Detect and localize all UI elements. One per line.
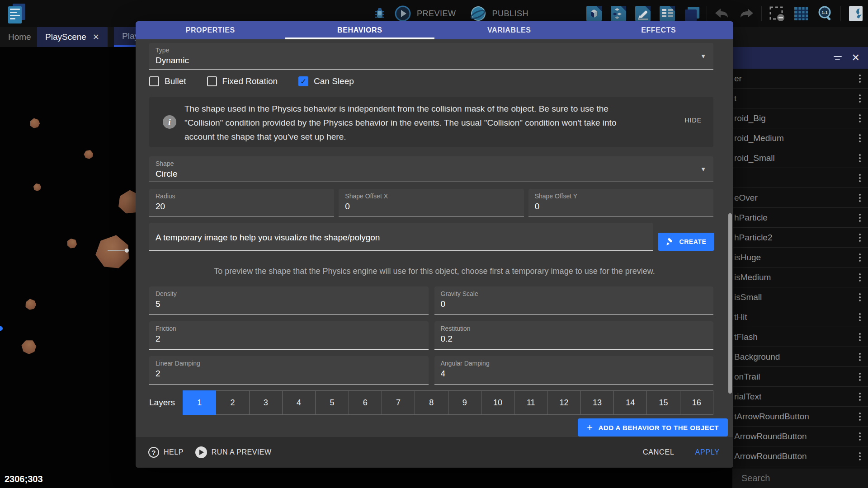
debug-icon[interactable] (370, 4, 389, 23)
object-list-item[interactable]: isMedium (732, 267, 868, 287)
object-list-item[interactable] (732, 168, 868, 188)
object-list-item[interactable]: t (732, 89, 868, 108)
dialog-tab-behaviors[interactable]: BEHAVIORS (285, 21, 435, 39)
kebab-menu-icon[interactable] (859, 75, 861, 83)
field-gravity-scale[interactable]: Gravity Scale0 (434, 286, 714, 315)
preview-button[interactable]: PREVIEW (417, 9, 456, 19)
publish-button[interactable]: PUBLISH (492, 9, 529, 19)
field-angular-damping[interactable]: Angular Damping4 (434, 356, 714, 385)
kebab-menu-icon[interactable] (859, 313, 861, 321)
object-list-item[interactable]: tFlash (732, 327, 868, 347)
apply-button[interactable]: APPLY (695, 448, 720, 456)
kebab-menu-icon[interactable] (859, 273, 861, 282)
layer-4[interactable]: 4 (282, 390, 316, 415)
kebab-menu-icon[interactable] (859, 333, 861, 341)
app-menu-icon[interactable] (8, 4, 27, 24)
object-list-item[interactable]: isHuge (732, 248, 868, 267)
layer-8[interactable]: 8 (415, 390, 448, 415)
help-button[interactable]: ? HELP (148, 447, 184, 458)
kebab-menu-icon[interactable] (859, 154, 861, 162)
field-friction[interactable]: Friction2 (149, 321, 429, 350)
layer-13[interactable]: 13 (580, 390, 614, 415)
layer-15[interactable]: 15 (646, 390, 680, 415)
kebab-menu-icon[interactable] (859, 353, 861, 361)
object-list-item[interactable]: er (732, 69, 868, 89)
settings-wrench-icon[interactable] (846, 4, 865, 23)
dialog-scrollbar[interactable] (728, 213, 732, 394)
run-preview-button[interactable]: RUN A PREVIEW (195, 446, 272, 458)
edit-scene-icon[interactable] (633, 4, 652, 23)
kebab-menu-icon[interactable] (859, 373, 861, 381)
object-list-item[interactable]: ArrowRoundButton (732, 427, 868, 446)
layer-11[interactable]: 11 (514, 390, 547, 415)
object-list-item[interactable]: tArrowRoundButton (732, 407, 868, 427)
kebab-menu-icon[interactable] (859, 413, 861, 421)
kebab-menu-icon[interactable] (859, 114, 861, 122)
checkbox-can-sleep[interactable]: ✓Can Sleep (298, 76, 354, 86)
kebab-menu-icon[interactable] (859, 293, 861, 301)
object-list-item[interactable]: roid_Medium (732, 128, 868, 148)
field-restitution[interactable]: Restitution0.2 (434, 321, 714, 350)
layer-12[interactable]: 12 (547, 390, 580, 415)
kebab-menu-icon[interactable] (859, 452, 861, 460)
close-panel-icon[interactable]: ✕ (852, 53, 860, 63)
layer-5[interactable]: 5 (315, 390, 349, 415)
object-list-item[interactable]: Background (732, 347, 868, 367)
cancel-button[interactable]: CANCEL (643, 448, 675, 456)
type-select[interactable]: Type Dynamic ▼ (149, 43, 713, 70)
layer-16[interactable]: 16 (680, 390, 713, 415)
layer-3[interactable]: 3 (249, 390, 283, 415)
layer-10[interactable]: 10 (481, 390, 514, 415)
object-list-item[interactable]: eOver (732, 188, 868, 208)
object-list-item[interactable]: roid_Big (732, 108, 868, 128)
object-list-item[interactable]: tHit (732, 307, 868, 327)
checkbox-fixed-rotation[interactable]: Fixed Rotation (207, 76, 278, 86)
checkbox-bullet[interactable]: Bullet (149, 76, 186, 86)
close-tab-icon[interactable]: ✕ (93, 32, 99, 42)
objects-icon[interactable] (585, 4, 604, 23)
layer-7[interactable]: 7 (382, 390, 415, 415)
layer-2[interactable]: 2 (216, 390, 249, 415)
hide-button[interactable]: HIDE (685, 117, 702, 124)
redo-icon[interactable] (737, 4, 756, 23)
checkbox-icon[interactable]: ✓ (298, 76, 308, 86)
shape-select[interactable]: Shape Circle ▼ (149, 156, 713, 182)
dialog-tab-variables[interactable]: VARIABLES (434, 21, 584, 39)
search-input[interactable] (741, 473, 861, 483)
layer-9[interactable]: 9 (448, 390, 481, 415)
layer-6[interactable]: 6 (349, 390, 382, 415)
object-list-item[interactable]: roid_Small (732, 148, 868, 168)
object-list-item[interactable]: onTrail (732, 367, 868, 387)
anchor-dot[interactable] (0, 326, 3, 331)
layers-icon[interactable] (682, 4, 701, 23)
field-density[interactable]: Density5 (149, 286, 429, 315)
dialog-tab-properties[interactable]: PROPERTIES (136, 21, 285, 39)
layer-1[interactable]: 1 (183, 390, 216, 415)
object-list-item[interactable]: rialText (732, 387, 868, 407)
preview-play-icon[interactable] (393, 4, 412, 23)
add-behavior-button[interactable]: + ADD A BEHAVIOR TO THE OBJECT (578, 418, 728, 436)
object-groups-icon[interactable] (609, 4, 628, 23)
field-radius[interactable]: Radius20 (149, 189, 334, 216)
field-linear-damping[interactable]: Linear Damping2 (149, 356, 429, 385)
checkbox-icon[interactable] (149, 76, 159, 86)
field-shape-offset-y[interactable]: Shape Offset Y0 (528, 189, 713, 216)
layer-14[interactable]: 14 (613, 390, 647, 415)
deselect-icon[interactable] (767, 4, 786, 23)
object-list-item[interactable]: ArrowRoundButton (732, 446, 868, 466)
kebab-menu-icon[interactable] (859, 214, 861, 222)
tab-home[interactable]: Home (0, 27, 39, 47)
create-button[interactable]: CREATE (658, 233, 714, 251)
grid-icon[interactable] (792, 4, 811, 23)
zoom-one-to-one-icon[interactable]: 1:1 (816, 4, 835, 23)
undo-icon[interactable] (712, 4, 731, 23)
kebab-menu-icon[interactable] (859, 174, 861, 182)
publish-globe-icon[interactable] (469, 4, 488, 23)
filter-icon[interactable] (834, 56, 842, 60)
kebab-menu-icon[interactable] (859, 194, 861, 202)
kebab-menu-icon[interactable] (859, 432, 861, 441)
kebab-menu-icon[interactable] (859, 94, 861, 103)
kebab-menu-icon[interactable] (859, 393, 861, 401)
dialog-tab-effects[interactable]: EFFECTS (584, 21, 734, 39)
field-shape-offset-x[interactable]: Shape Offset X0 (339, 189, 524, 216)
